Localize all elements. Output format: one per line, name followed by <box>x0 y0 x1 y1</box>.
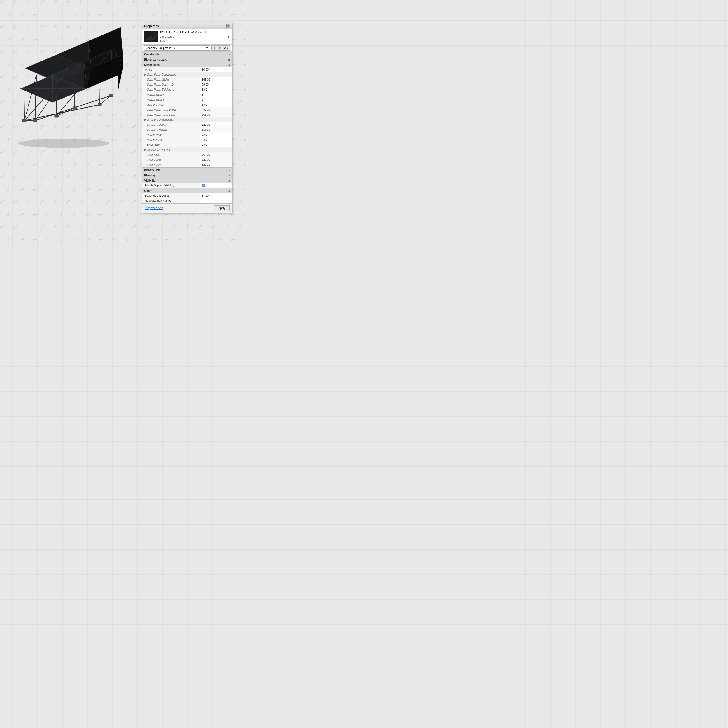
svg-rect-35 <box>109 94 113 97</box>
prop-label: Solar Panel Width <box>142 77 200 82</box>
prop-label: Block Size <box>142 142 200 147</box>
header-arrow: ▼ <box>227 35 230 38</box>
panel-content: Constraints»Electrical - Loads»Dimension… <box>142 52 232 203</box>
item-name-line1: RD_Solar Panel Flat Roof Mounted <box>160 31 206 35</box>
table-row: Solar Panel Width163.00 <box>142 77 232 83</box>
prop-value[interactable]: 3.00 <box>200 87 232 92</box>
section-header-constraints[interactable]: Constraints» <box>142 52 232 57</box>
svg-rect-34 <box>98 103 101 106</box>
table-row: Panels Num Y2 <box>142 97 232 102</box>
prop-value[interactable]: 2 <box>200 97 232 102</box>
svg-line-18 <box>24 93 25 121</box>
prop-label: Solar Panel Array Depth <box>142 112 200 117</box>
collapse-icon: » <box>228 58 230 61</box>
table-row: Gap Distance3.00 <box>142 102 232 107</box>
table-row: Profile Width5.00 <box>142 132 232 138</box>
item-thumbnail <box>144 31 158 42</box>
section-header-identity[interactable]: Identity Data» <box>142 167 232 173</box>
prop-label: Angle <box>142 67 200 72</box>
panel-title: Properties <box>144 24 159 28</box>
properties-help-link[interactable]: Properties help <box>145 206 163 210</box>
prop-value[interactable]: ✓ <box>200 183 232 188</box>
prop-label: Solar Panel Array Width <box>142 107 200 112</box>
prop-value[interactable]: 99.00 <box>200 83 232 87</box>
prop-value[interactable]: 4 <box>200 198 232 203</box>
prop-label: Structure Depth <box>142 122 200 127</box>
prop-label: Panel Height Offset <box>142 193 200 198</box>
collapse-icon: » <box>228 52 230 56</box>
prop-value: 117.50 <box>200 127 232 132</box>
table-row: Total Width504.00 <box>142 153 232 158</box>
table-row: Structure Height117.50 <box>142 127 232 132</box>
prop-value[interactable]: 220.00 <box>200 122 232 127</box>
prop-value: 120.10 <box>200 162 232 167</box>
apply-button[interactable]: Apply <box>214 205 229 211</box>
table-row: Total Height120.10 <box>142 162 232 167</box>
checkbox[interactable]: ✓ <box>202 184 205 187</box>
section-header-visibility[interactable]: Visibility« <box>142 178 232 183</box>
svg-rect-33 <box>73 107 77 109</box>
svg-rect-31 <box>33 119 37 122</box>
table-row: Angle30.00° <box>142 67 232 72</box>
table-row: Structure Depth220.00 <box>142 122 232 127</box>
prop-label: Solar Panel Thickness <box>142 87 200 92</box>
svg-line-16 <box>75 63 75 108</box>
table-row: Total Depth225.00 <box>142 158 232 162</box>
prop-label: Solar Panel Depth AD <box>142 83 200 87</box>
table-row: Panel Height Offset17.00 <box>142 193 232 198</box>
properties-panel: Properties × RD_Solar Panel Flat Roof Mo… <box>142 23 232 213</box>
prop-value[interactable]: 17.00 <box>200 193 232 198</box>
collapse-icon: « <box>228 189 230 193</box>
svg-rect-32 <box>55 115 59 118</box>
prop-value: 201.00 <box>200 112 232 117</box>
prop-label: Total Width <box>142 153 200 157</box>
prop-value[interactable]: 3.00 <box>200 102 232 107</box>
prop-value[interactable]: 9.00 <box>200 142 232 147</box>
table-row: Solar Panel Array Width495.00 <box>142 107 232 112</box>
prop-label: ▶ Overall Dimensions <box>142 147 232 152</box>
prop-label: Total Height <box>142 162 200 167</box>
table-row: Solar Panel Thickness3.00 <box>142 87 232 92</box>
svg-line-15 <box>35 75 37 121</box>
collapse-icon: « <box>228 179 230 182</box>
edit-type-button[interactable]: ⊞ Edit Type <box>211 46 230 50</box>
table-row: ▶ Overall Dimensions <box>142 147 232 153</box>
svg-rect-30 <box>22 119 26 122</box>
prop-label: Gap Distance <box>142 102 200 107</box>
prop-value[interactable]: 163.00 <box>200 77 232 82</box>
panel-footer: Properties help Apply <box>142 203 232 213</box>
prop-label: Total Depth <box>142 158 200 162</box>
collapse-icon: » <box>228 168 230 172</box>
prop-value: 504.00 <box>200 153 232 157</box>
panel-header: RD_Solar Panel Flat Roof Mounted Landsca… <box>142 29 232 44</box>
prop-label: Structure Height <box>142 127 200 132</box>
table-row: Middle Support Visibility✓ <box>142 183 232 188</box>
svg-point-0 <box>18 139 109 148</box>
panel-titlebar: Properties × <box>142 23 232 29</box>
table-row: Profile Height4.00 <box>142 138 232 142</box>
table-row: Panels Num X3 <box>142 92 232 97</box>
table-row: Solar Panel Array Depth201.00 <box>142 112 232 118</box>
table-row: ▶ Structure Dimensions <box>142 118 232 122</box>
prop-value[interactable]: 30.00° <box>200 67 232 72</box>
section-header-dimensions[interactable]: Dimensions« <box>142 62 232 67</box>
edit-type-icon: ⊞ <box>213 46 216 50</box>
prop-value[interactable]: 3 <box>200 92 232 97</box>
table-row: Solar Panel Depth AD99.00 <box>142 83 232 87</box>
table-row: Support Array Number4 <box>142 198 232 203</box>
prop-label: Middle Support Visibility <box>142 183 200 188</box>
section-header-phasing[interactable]: Phasing» <box>142 173 232 178</box>
prop-value[interactable]: 5.00 <box>200 132 232 137</box>
section-header-other[interactable]: Other« <box>142 188 232 193</box>
model-area <box>7 23 134 159</box>
prop-label: ▶ Solar Panel Dimensions <box>142 72 232 77</box>
specialty-equipment-dropdown[interactable]: Specialty Equipment (1) ▼ <box>144 46 210 50</box>
prop-value[interactable]: 4.00 <box>200 138 232 142</box>
item-name-line3: Black <box>160 39 206 43</box>
table-row: ▶ Solar Panel Dimensions <box>142 72 232 77</box>
prop-label: ▶ Structure Dimensions <box>142 118 232 122</box>
section-header-electrical[interactable]: Electrical - Loads» <box>142 57 232 62</box>
item-name-line2: Landscape <box>160 35 206 39</box>
close-button[interactable]: × <box>226 24 230 28</box>
collapse-icon: » <box>228 174 230 177</box>
